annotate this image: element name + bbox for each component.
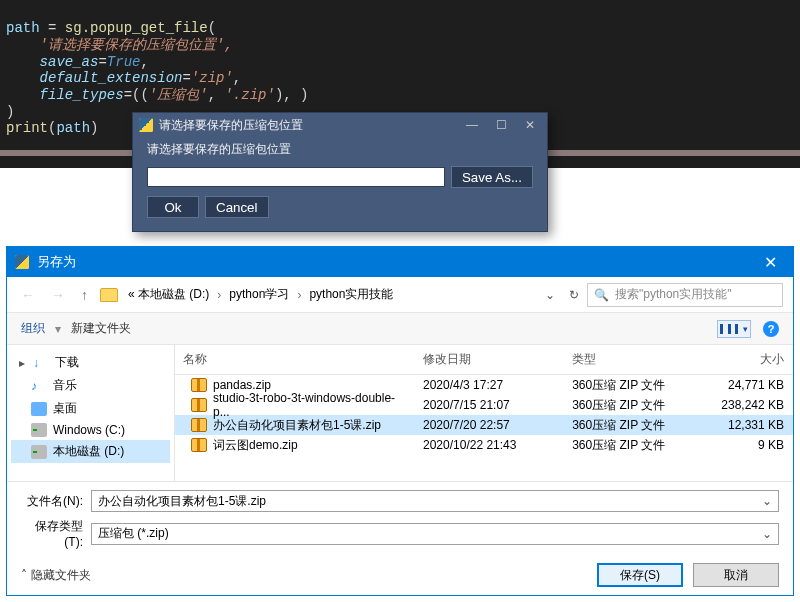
cancel-button[interactable]: Cancel [205,196,269,218]
ok-button[interactable]: Ok [147,196,199,218]
toggle-folders-button[interactable]: ˄隐藏文件夹 [21,567,91,584]
back-icon[interactable]: ← [17,287,39,303]
view-options-button[interactable]: ▾ [717,320,751,338]
tree-label: Windows (C:) [53,423,125,437]
chevron-right-icon: › [295,286,303,304]
organize-menu[interactable]: 组织 [21,320,45,337]
save-button[interactable]: 保存(S) [597,563,683,587]
drive-icon [31,423,47,437]
popup-prompt: 请选择要保存的压缩包位置 [147,141,533,158]
code-token: True [107,54,141,70]
col-date[interactable]: 修改日期 [415,345,564,374]
separator-icon: ▾ [55,322,61,336]
tree-item-downloads[interactable]: ↓下载 [11,351,170,374]
dialog-nav: ← → ↑ « 本地磁盘 (D:) › python学习 › python实用技… [7,277,793,313]
filename-input[interactable]: 办公自动化项目素材包1-5课.zip⌄ [91,490,779,512]
code-token: ( [208,20,216,36]
chevron-down-icon[interactable]: ⌄ [762,494,772,508]
dialog-toolbar: 组织 ▾ 新建文件夹 ▾ ? [7,313,793,345]
file-date: 2020/10/22 21:43 [415,432,564,458]
dialog-titlebar[interactable]: 另存为 ✕ [7,247,793,277]
refresh-icon[interactable]: ↻ [569,288,579,302]
desktop-icon [31,402,47,416]
chevron-down-icon[interactable]: ⌄ [762,527,772,541]
chevron-up-icon: ˄ [21,568,27,582]
drive-icon [31,445,47,459]
new-folder-button[interactable]: 新建文件夹 [71,320,131,337]
cancel-button[interactable]: 取消 [693,563,779,587]
code-token [6,87,40,103]
tree-label: 下载 [55,354,79,371]
search-input[interactable]: 🔍 搜索"python实用技能" [587,283,783,307]
file-type: 360压缩 ZIP 文件 [564,431,699,460]
filename-value: 办公自动化项目素材包1-5课.zip [98,493,266,510]
hide-folders-label: 隐藏文件夹 [31,567,91,584]
popup-title: 请选择要保存的压缩包位置 [159,117,303,134]
crumb-segment[interactable]: python实用技能 [307,284,395,305]
tree-item-c-drive[interactable]: Windows (C:) [11,420,170,440]
file-row[interactable]: 词云图demo.zip2020/10/22 21:43360压缩 ZIP 文件9… [175,435,793,455]
python-icon [139,118,153,132]
download-icon: ↓ [33,356,49,370]
code-token: file_types [40,87,124,103]
python-icon [15,255,29,269]
code-token [6,70,40,86]
music-icon: ♪ [31,379,47,393]
code-token: sg.popup_get_file [65,20,208,36]
search-icon: 🔍 [594,288,609,302]
forward-icon[interactable]: → [47,287,69,303]
up-icon[interactable]: ↑ [77,287,92,303]
code-token: print [6,120,48,136]
save-as-button[interactable]: Save As... [451,166,533,188]
col-size[interactable]: 大小 [699,345,793,374]
file-name: 词云图demo.zip [213,437,298,454]
minimize-icon[interactable]: — [466,118,478,132]
tree-label: 桌面 [53,400,77,417]
close-icon[interactable]: ✕ [525,118,535,132]
code-token: default_extension [40,70,183,86]
code-token: = [48,20,65,36]
filetype-label: 保存类型(T): [21,518,91,549]
filetype-value: 压缩包 (*.zip) [98,525,169,542]
crumb-segment[interactable]: python学习 [227,284,291,305]
code-token: '请选择要保存的压缩包位置', [6,37,233,53]
popup-window: 请选择要保存的压缩包位置 — ☐ ✕ 请选择要保存的压缩包位置 Save As.… [132,112,548,232]
tree-item-d-drive[interactable]: 本地磁盘 (D:) [11,440,170,463]
save-as-dialog: 另存为 ✕ ← → ↑ « 本地磁盘 (D:) › python学习 › pyt… [6,246,794,596]
crumb-segment[interactable]: « 本地磁盘 (D:) [126,284,211,305]
code-token: save_as [40,54,99,70]
chevron-right-icon: › [215,286,223,304]
tree-label: 音乐 [53,377,77,394]
file-size: 9 KB [699,432,793,458]
chevron-down-icon[interactable]: ⌄ [539,288,561,302]
folder-tree[interactable]: ↓下载 ♪音乐 桌面 Windows (C:) 本地磁盘 (D:) [7,345,175,481]
tree-item-music[interactable]: ♪音乐 [11,374,170,397]
help-icon[interactable]: ? [763,321,779,337]
tree-item-desktop[interactable]: 桌面 [11,397,170,420]
code-token: path [6,20,48,36]
zip-icon [191,438,207,452]
folder-icon [100,288,118,302]
dialog-title: 另存为 [37,253,76,271]
popup-titlebar[interactable]: 请选择要保存的压缩包位置 — ☐ ✕ [133,113,547,137]
file-list[interactable]: 名称 修改日期 类型 大小 pandas.zip2020/4/3 17:2736… [175,345,793,481]
search-placeholder: 搜索"python实用技能" [615,286,732,303]
maximize-icon[interactable]: ☐ [496,118,507,132]
col-name[interactable]: 名称 [175,345,415,374]
list-header[interactable]: 名称 修改日期 类型 大小 [175,345,793,375]
code-token: ) [6,104,14,120]
close-icon[interactable]: ✕ [756,253,785,272]
breadcrumb[interactable]: « 本地磁盘 (D:) › python学习 › python实用技能 [126,284,531,305]
code-token [6,54,40,70]
filetype-select[interactable]: 压缩包 (*.zip)⌄ [91,523,779,545]
filename-label: 文件名(N): [21,493,91,510]
file-path-input[interactable] [147,167,445,187]
tree-label: 本地磁盘 (D:) [53,443,124,460]
